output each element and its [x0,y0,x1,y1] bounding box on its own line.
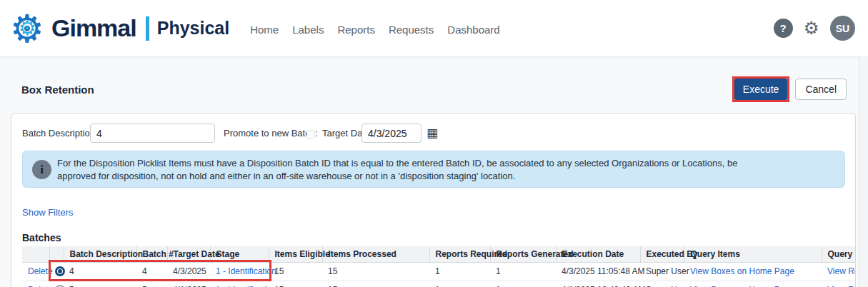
cell-execution-date: 4/3/2025 11:05:48 AM [556,262,640,281]
col-header-select [49,246,64,262]
table-row: Delete 5 5 4/1/2025 1 - Identification 1… [22,281,856,287]
cell-reports-generated: 1 [490,281,556,287]
stage-link[interactable]: 1 - Identification [216,266,276,276]
nav-item-reports[interactable]: Reports [337,24,375,36]
calendar-icon[interactable]: ▦ [426,124,438,144]
gimmal-logo: ⚙ ⚙ [7,9,47,49]
execute-annotation-highlight: Execute [732,76,790,102]
row-radio-selected[interactable] [55,266,65,276]
nav-item-dashboard[interactable]: Dashboard [447,24,499,36]
cell-target-date: 4/3/2025 [167,262,210,281]
col-header-items-eligible[interactable]: Items Eligible [269,246,322,262]
batches-grid: Batch Description Batch # Target Date St… [22,246,856,287]
cell-items-eligible: 15 [269,262,322,281]
title-buttons: Execute Cancel [732,76,847,102]
page-title: Box Retention [21,84,94,96]
table-row: Delete 4 4 4/3/2025 1 - Identification 1… [22,262,856,281]
delete-link[interactable]: Delete [28,266,53,276]
cell-items-processed: 15 [322,262,429,281]
cancel-button[interactable]: Cancel [795,79,847,100]
query-reports-link[interactable]: View Reports [827,266,856,276]
col-header-query-reports[interactable]: Query Reports [822,246,856,262]
brand-divider [146,16,149,41]
col-header-execution-date[interactable]: Execution Date [556,246,640,262]
info-message: For the Disposition Picklist Items must … [57,157,779,183]
nav-item-requests[interactable]: Requests [389,24,434,36]
cell-executed-by: Super User [640,262,684,281]
show-filters-link[interactable]: Show Filters [22,207,74,218]
batches-heading: Batches [22,232,61,243]
nav-item-home[interactable]: Home [250,24,279,36]
col-header-target-date[interactable]: Target Date [167,246,210,262]
batch-description-label: Batch Description: [22,124,98,144]
info-icon: i [32,160,51,179]
cell-reports-generated: 1 [490,262,556,281]
cell-batch-description: 4 [64,262,136,281]
main-nav: Home Labels Reports Requests Dashboard [250,24,500,36]
help-icon[interactable]: ? [774,19,793,38]
col-header-items-processed[interactable]: Items Processed [322,246,429,262]
header-actions: ? ⚙ SU [774,16,855,41]
promote-label: Promote to new Batch: [224,124,318,144]
brand-product: Physical [157,18,229,39]
cell-execution-date: 4/1/2025 10:48:43 AM [556,281,640,287]
cell-reports-required: 1 [429,281,490,287]
grid-header-row: Batch Description Batch # Target Date St… [22,246,856,262]
col-header-action [22,246,49,262]
cell-executed-by: Super User [640,281,684,287]
brand-name: Gimmal [51,14,136,42]
promote-checkbox[interactable] [306,130,315,139]
col-header-reports-generated[interactable]: Reports Generated [490,246,556,262]
info-banner: i For the Disposition Picklist Items mus… [22,151,845,188]
col-header-executed-by[interactable]: Executed By [640,246,684,262]
app-header: ⚙ ⚙ Gimmal Physical Home Labels Reports … [0,0,868,57]
cell-items-processed: 15 [322,281,429,287]
cell-target-date: 4/1/2025 [167,281,210,287]
user-avatar[interactable]: SU [830,16,855,41]
cell-batch-number: 4 [136,262,167,281]
settings-gear-icon[interactable]: ⚙ [804,19,819,37]
col-header-batch-description[interactable]: Batch Description [64,246,136,262]
logo-gear-inner-icon: ⚙ [7,9,47,49]
cell-batch-number: 5 [136,281,167,287]
col-header-stage[interactable]: Stage [210,246,269,262]
cell-reports-required: 1 [429,262,490,281]
col-header-reports-required[interactable]: Reports Required [429,246,490,262]
execute-button[interactable]: Execute [734,79,788,100]
target-date-input[interactable] [361,124,421,143]
cell-items-eligible: 15 [269,281,322,287]
col-header-query-items[interactable]: Query Items [684,246,822,262]
batch-description-input[interactable] [90,124,215,143]
cell-batch-description: 5 [64,281,136,287]
query-items-link[interactable]: View Boxes on Home Page [690,266,794,276]
box-retention-panel: Batch Description: Promote to new Batch:… [11,113,856,287]
nav-item-labels[interactable]: Labels [292,24,324,36]
vertical-scrollbar[interactable] [859,57,868,287]
batch-form-row: Batch Description: Promote to new Batch:… [11,124,855,144]
title-row: Box Retention Execute Cancel [21,74,847,105]
